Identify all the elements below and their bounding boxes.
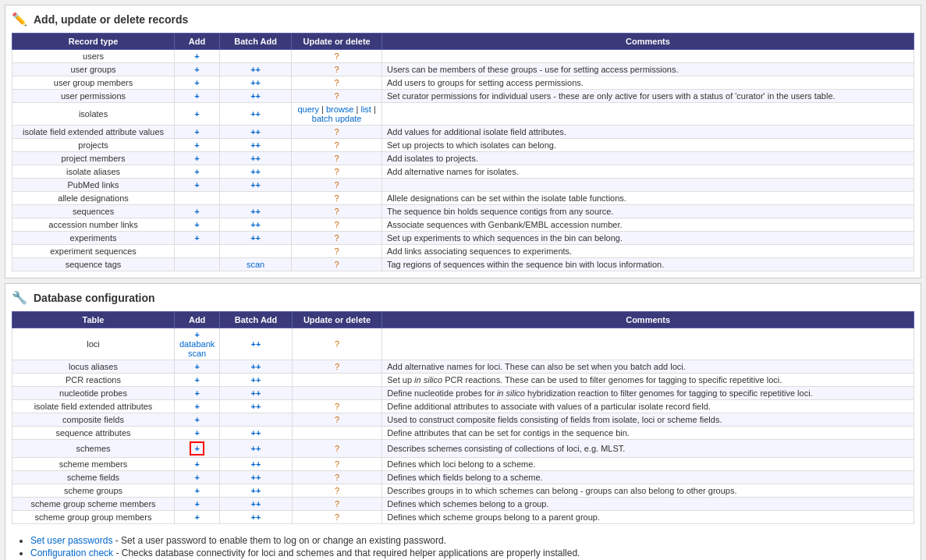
cell-batchadd[interactable]: ++ — [220, 440, 292, 458]
cell-add[interactable]: + — [175, 63, 220, 76]
batchadd-link[interactable]: ++ — [251, 486, 261, 495]
batchadd-link[interactable]: ++ — [251, 362, 261, 371]
batchadd-link[interactable]: ++ — [251, 388, 261, 398]
cell-add[interactable]: + — [175, 165, 220, 179]
cell-update[interactable]: ? — [292, 440, 382, 458]
cell-update[interactable]: ? — [292, 152, 382, 165]
update-link[interactable]: ? — [335, 402, 339, 411]
cell-add[interactable]: + — [175, 387, 220, 400]
databank-scan-link[interactable]: databank scan — [179, 339, 215, 358]
cell-add[interactable]: + — [175, 498, 220, 511]
cell-batchadd[interactable]: ++ — [219, 165, 291, 179]
cell-add[interactable]: + — [175, 76, 220, 90]
cell-update[interactable]: ? — [292, 245, 382, 258]
cell-update[interactable]: ? — [292, 192, 382, 205]
update-link[interactable]: ? — [335, 51, 339, 61]
add-link[interactable]: + — [194, 207, 199, 216]
schemes-highlighted-add[interactable]: + — [190, 441, 204, 455]
cell-update[interactable]: ? — [292, 179, 382, 192]
cell-update[interactable]: ? — [292, 458, 382, 471]
cell-batchadd[interactable]: scan — [219, 258, 291, 271]
cell-batchadd[interactable]: ++ — [219, 139, 291, 152]
add-link[interactable]: + — [194, 415, 199, 424]
cell-add[interactable]: + — [175, 511, 220, 524]
batchadd-link[interactable]: ++ — [250, 220, 261, 229]
cell-batchadd[interactable]: ++ — [220, 400, 292, 413]
cell-update[interactable]: ? — [292, 471, 382, 484]
cell-add[interactable]: + — [175, 413, 220, 427]
set-passwords-link[interactable]: Set user passwords — [30, 535, 112, 546]
cell-batchadd[interactable]: ++ — [220, 374, 292, 387]
cell-add[interactable]: + — [175, 139, 220, 152]
cell-update[interactable]: query | browse | list | batch update — [292, 103, 382, 126]
cell-batchadd[interactable]: ++ — [220, 498, 292, 511]
cell-update[interactable]: ? — [292, 258, 382, 271]
cell-batchadd[interactable]: ++ — [219, 90, 291, 103]
cell-batchadd[interactable]: ++ — [220, 387, 292, 400]
update-link[interactable]: ? — [335, 444, 339, 453]
batchadd-link[interactable]: ++ — [251, 499, 261, 509]
update-link[interactable]: ? — [335, 233, 339, 243]
cell-add[interactable]: + — [175, 126, 220, 139]
cell-update[interactable]: ? — [292, 50, 382, 63]
cell-update[interactable]: ? — [292, 205, 382, 218]
add-link[interactable]: + — [194, 167, 199, 176]
update-link[interactable]: ? — [335, 167, 339, 176]
add-link[interactable]: + — [194, 78, 199, 87]
cell-update[interactable]: ? — [292, 126, 382, 139]
add-link[interactable]: + — [194, 91, 199, 101]
update-link[interactable]: ? — [335, 459, 339, 469]
cell-add[interactable]: + — [175, 360, 220, 374]
add-link[interactable]: + — [194, 180, 199, 190]
cell-add[interactable]: +databank scan — [175, 328, 220, 360]
cell-add[interactable]: + — [175, 179, 220, 192]
batchadd-link[interactable]: ++ — [250, 140, 261, 150]
cell-update[interactable]: ? — [292, 328, 382, 360]
cell-update[interactable]: ? — [292, 400, 382, 413]
cell-batchadd[interactable]: ++ — [220, 511, 292, 524]
update-link[interactable]: ? — [335, 415, 339, 424]
batchadd-link[interactable]: ++ — [250, 78, 261, 87]
cell-add[interactable]: + — [175, 218, 220, 232]
batchadd-link[interactable]: ++ — [250, 65, 261, 74]
batchadd-link[interactable]: ++ — [250, 233, 261, 243]
cell-add[interactable]: + — [175, 90, 220, 103]
query-link[interactable]: query — [297, 105, 319, 114]
update-link[interactable]: ? — [335, 78, 339, 87]
update-link[interactable]: ? — [335, 207, 339, 216]
cell-batchadd[interactable]: ++ — [219, 205, 291, 218]
cell-batchadd[interactable]: ++ — [219, 76, 291, 90]
cell-add[interactable]: + — [175, 205, 220, 218]
batchadd-link[interactable]: ++ — [251, 473, 261, 482]
browse-link[interactable]: browse — [326, 105, 353, 114]
batchadd-link[interactable]: ++ — [250, 167, 261, 176]
update-link[interactable]: ? — [335, 220, 339, 229]
batchadd-link[interactable]: ++ — [251, 428, 261, 438]
update-link[interactable]: ? — [335, 339, 339, 349]
update-link[interactable]: ? — [335, 246, 339, 256]
cell-batchadd[interactable]: ++ — [220, 328, 292, 360]
cell-add[interactable]: + — [175, 103, 220, 126]
cell-update[interactable]: ? — [292, 139, 382, 152]
cell-batchadd[interactable]: ++ — [219, 179, 291, 192]
list-link[interactable]: list — [360, 105, 371, 114]
scan-link[interactable]: scan — [247, 260, 264, 269]
add-link[interactable]: + — [194, 233, 199, 243]
cell-update[interactable]: ? — [292, 76, 382, 90]
add-link[interactable]: + — [194, 127, 199, 136]
add-link[interactable]: + — [194, 140, 199, 150]
batchadd-link[interactable]: ++ — [250, 109, 261, 119]
cell-update[interactable]: ? — [292, 232, 382, 245]
batchadd-link[interactable]: ++ — [251, 339, 261, 349]
add-link[interactable]: + — [194, 330, 199, 339]
cell-update[interactable]: ? — [292, 218, 382, 232]
add-link[interactable]: + — [194, 65, 199, 74]
cell-batchadd[interactable]: ++ — [220, 471, 292, 484]
cell-batchadd[interactable]: ++ — [219, 218, 291, 232]
add-link[interactable]: + — [194, 109, 199, 119]
batchadd-link[interactable]: ++ — [251, 375, 261, 385]
cell-update[interactable]: ? — [292, 90, 382, 103]
cell-add[interactable]: + — [175, 400, 220, 413]
add-link[interactable]: + — [194, 362, 199, 371]
cell-add[interactable]: + — [175, 50, 220, 63]
